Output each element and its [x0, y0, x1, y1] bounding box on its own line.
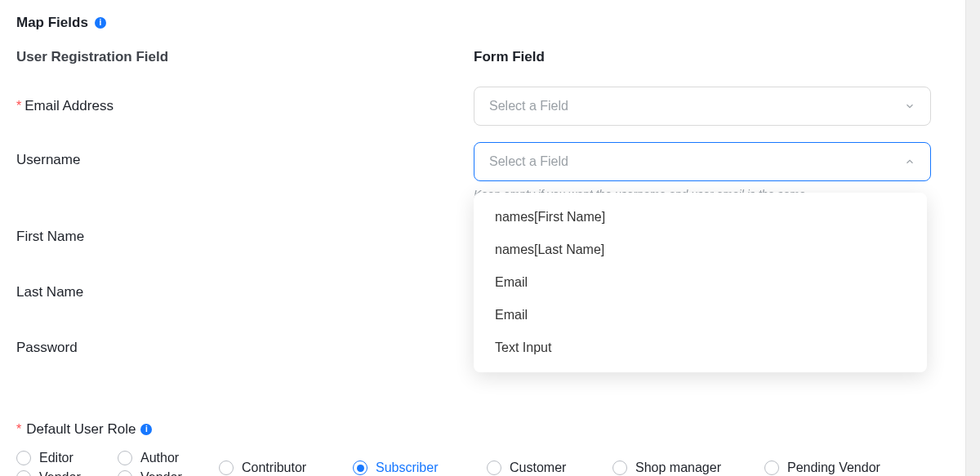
default-role-section: * Default User Role i Editor Vendor: [16, 421, 949, 476]
required-marker: *: [16, 422, 21, 437]
info-icon[interactable]: i: [140, 424, 152, 435]
role-option-label: Customer: [510, 460, 566, 475]
label-lastname-text: Last Name: [16, 284, 83, 300]
radio-icon: [16, 451, 31, 465]
role-option-contributor[interactable]: Contributor: [219, 460, 350, 475]
label-email-text: Email Address: [24, 98, 114, 114]
role-option-label: Contributor: [242, 460, 306, 475]
dropdown-item[interactable]: names[Last Name]: [474, 234, 927, 266]
role-option-pending-vendor[interactable]: Pending Vendor: [764, 460, 949, 475]
radio-icon: [353, 460, 368, 475]
dropdown-item[interactable]: Text Input: [474, 331, 927, 364]
dropdown-username: names[First Name] names[Last Name] Email…: [474, 193, 927, 372]
label-lastname: Last Name: [16, 284, 474, 300]
select-email[interactable]: Select a Field: [474, 87, 931, 126]
radio-icon: [16, 470, 31, 476]
info-icon[interactable]: i: [95, 17, 106, 29]
role-option-label: Vendor: [39, 470, 81, 476]
role-option-editor[interactable]: Editor: [16, 451, 114, 465]
label-username-text: Username: [16, 152, 80, 168]
radio-icon: [764, 460, 779, 475]
role-option-author[interactable]: Author: [118, 451, 216, 465]
column-header-right: Form Field: [474, 49, 949, 65]
role-option-label: Vendor: [140, 470, 182, 476]
required-marker: *: [16, 99, 21, 113]
role-option-subscriber[interactable]: Subscriber: [353, 460, 483, 475]
role-radio-row: Editor Vendor Author Vendor: [16, 451, 949, 476]
role-option-label: Subscriber: [376, 460, 438, 475]
label-firstname-text: First Name: [16, 229, 84, 245]
label-firstname: First Name: [16, 229, 474, 245]
role-option-label: Author: [140, 451, 179, 465]
select-email-placeholder: Select a Field: [489, 99, 568, 113]
chevron-down-icon: [904, 100, 915, 112]
chevron-up-icon: [904, 156, 915, 167]
dropdown-item[interactable]: Email: [474, 299, 927, 331]
role-option-vendor[interactable]: Vendor: [118, 470, 216, 476]
label-password-text: Password: [16, 340, 78, 356]
select-username-placeholder: Select a Field: [489, 154, 568, 169]
radio-icon: [219, 460, 234, 475]
role-option-label: Shop manager: [635, 460, 721, 475]
label-username: Username: [16, 142, 474, 168]
role-option-customer[interactable]: Customer: [487, 460, 609, 475]
radio-icon: [118, 451, 132, 465]
label-password: Password: [16, 340, 474, 356]
label-email: * Email Address: [16, 98, 474, 114]
role-option-label: Pending Vendor: [787, 460, 880, 475]
default-role-title: * Default User Role i: [16, 421, 949, 438]
radio-icon: [487, 460, 501, 475]
dropdown-item[interactable]: names[First Name]: [474, 201, 927, 234]
dropdown-item[interactable]: Email: [474, 266, 927, 299]
role-option-label: Editor: [39, 451, 74, 465]
row-username: Username Select a Field Keep empty if yo…: [16, 142, 949, 201]
scrollbar-track[interactable]: [965, 0, 980, 476]
column-header-left: User Registration Field: [16, 49, 474, 65]
map-fields-title-text: Map Fields: [16, 15, 88, 31]
map-fields-title: Map Fields i: [16, 15, 949, 31]
role-option-shop-manager[interactable]: Shop manager: [612, 460, 761, 475]
select-username[interactable]: Select a Field: [474, 142, 931, 181]
radio-icon: [118, 470, 132, 476]
row-email: * Email Address Select a Field: [16, 87, 949, 126]
role-option-vendor[interactable]: Vendor: [16, 470, 114, 476]
radio-icon: [612, 460, 627, 475]
default-role-title-text: Default User Role: [26, 421, 136, 438]
columns-header: User Registration Field Form Field: [16, 49, 949, 65]
